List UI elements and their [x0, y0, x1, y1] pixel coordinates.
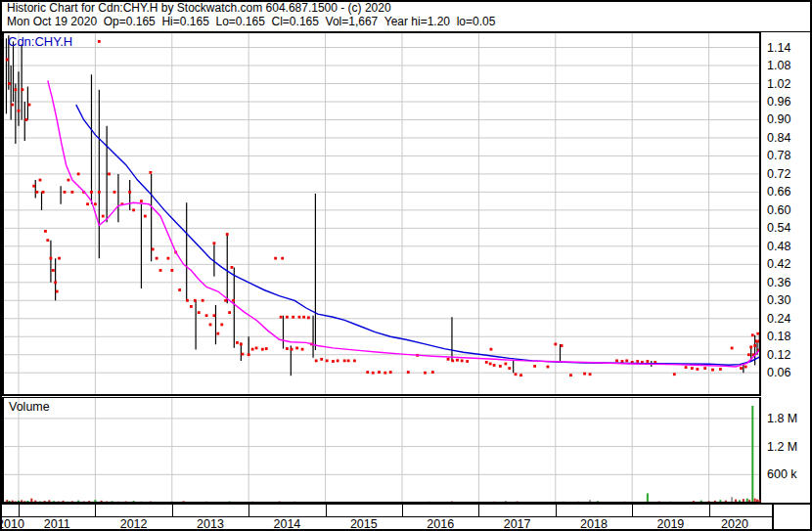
volume-bar — [94, 500, 96, 502]
trade-dot — [35, 191, 38, 194]
price-axis-tick: 0.72 — [767, 167, 790, 181]
axis-corner-box — [774, 503, 810, 531]
x-axis-year-label: 2011 — [44, 517, 70, 531]
year-tick-mark — [402, 505, 403, 516]
x-axis-year-label: 2014 — [273, 517, 300, 531]
volume-bar — [700, 501, 702, 502]
trade-dot — [315, 359, 318, 362]
trade-dot — [44, 230, 47, 233]
trade-dot — [170, 269, 173, 272]
volume-bar — [77, 501, 79, 502]
trade-dot — [232, 299, 235, 302]
trade-dot — [554, 343, 557, 346]
trade-dot — [64, 191, 67, 194]
trade-dot — [166, 257, 169, 260]
trade-dot — [461, 359, 464, 362]
x-axis-year-label: 2016 — [427, 517, 454, 531]
volume-bar — [746, 499, 748, 502]
price-axis-tick: 1.08 — [767, 59, 790, 72]
trade-dot — [50, 257, 53, 260]
volume-bar — [743, 499, 744, 502]
trade-dot — [731, 347, 734, 350]
year-tick-mark — [19, 505, 20, 516]
x-axis-strip: 2010201120122013201420152016201720182019… — [2, 503, 774, 531]
trade-dot — [8, 82, 11, 85]
volume-bar — [505, 501, 507, 502]
title-bar: Historic Chart for Cdn:CHY.H by Stockwat… — [2, 2, 810, 32]
trade-dot — [744, 366, 747, 369]
trade-dot — [128, 191, 131, 194]
price-axis-tick: 0.84 — [767, 131, 790, 145]
trade-dot — [54, 281, 57, 284]
trade-dot — [261, 348, 264, 351]
price-axis-tick: 0.66 — [767, 185, 790, 199]
trade-dot — [646, 360, 649, 363]
volume-bar — [719, 500, 721, 502]
trade-dot — [372, 372, 375, 375]
price-axis-tick: 0.06 — [767, 366, 790, 379]
trade-dot — [332, 360, 335, 363]
trade-dot — [28, 104, 31, 107]
year-tick-mark — [632, 505, 633, 516]
volume-bar — [597, 501, 599, 502]
trade-dot — [265, 347, 268, 350]
trade-dot — [281, 257, 284, 260]
year-label-row: 2010201120122013201420152016201720182019… — [2, 517, 772, 531]
volume-bar — [133, 501, 135, 502]
volume-bar — [714, 501, 716, 502]
volume-bar — [26, 501, 28, 502]
trade-dot — [673, 373, 676, 376]
volume-bar — [101, 501, 103, 502]
trade-dot — [636, 360, 639, 363]
trade-dot — [32, 185, 35, 188]
trade-dot — [621, 360, 624, 363]
trade-dot — [286, 347, 289, 350]
trade-dot — [77, 173, 80, 176]
trade-dot — [292, 316, 294, 319]
trade-dot — [447, 358, 450, 361]
volume-axis-tick: 600 k — [767, 467, 797, 481]
trade-dot — [251, 348, 254, 351]
trade-dot — [56, 290, 59, 293]
trade-dot — [515, 373, 518, 376]
trade-dot — [14, 88, 17, 91]
trade-dot — [6, 58, 9, 61]
trade-dot — [407, 371, 410, 374]
volume-axis-tick: 1.2 M — [767, 440, 797, 454]
trade-dot — [755, 339, 758, 342]
volume-bar — [756, 500, 758, 502]
trade-dot — [224, 299, 227, 302]
trade-dot — [178, 288, 181, 291]
volume-bar — [34, 501, 36, 502]
trade-dot — [378, 371, 381, 374]
trade-dot — [140, 199, 143, 202]
trade-dot — [24, 118, 27, 121]
trade-dot — [90, 191, 93, 194]
year-tick-row — [2, 505, 772, 517]
trade-dot — [255, 347, 258, 350]
trade-dot — [194, 299, 197, 302]
price-axis-tick: 0.60 — [767, 203, 790, 217]
trade-dot — [228, 311, 231, 314]
trade-dot — [198, 311, 201, 314]
volume-bar — [21, 500, 23, 502]
trade-dot — [240, 343, 243, 346]
volume-bar — [48, 500, 50, 502]
trade-dot — [152, 248, 155, 251]
trade-dot — [431, 371, 434, 374]
trade-dot — [242, 353, 245, 356]
trade-dot — [489, 363, 492, 366]
year-tick-mark — [248, 505, 249, 516]
trade-dot — [508, 367, 511, 370]
trade-dot — [389, 371, 392, 374]
trade-dot — [52, 269, 55, 272]
price-axis-tick: 0.42 — [767, 257, 790, 271]
price-axis-tick: 0.24 — [767, 312, 790, 326]
trade-dot — [749, 346, 752, 349]
trade-dot — [132, 208, 135, 211]
trade-dot — [113, 191, 116, 194]
stock-chart-window: Historic Chart for Cdn:CHY.H by Stockwat… — [0, 0, 812, 531]
trade-dot — [98, 40, 101, 43]
trade-dot — [213, 242, 216, 244]
volume-bar — [53, 501, 55, 502]
